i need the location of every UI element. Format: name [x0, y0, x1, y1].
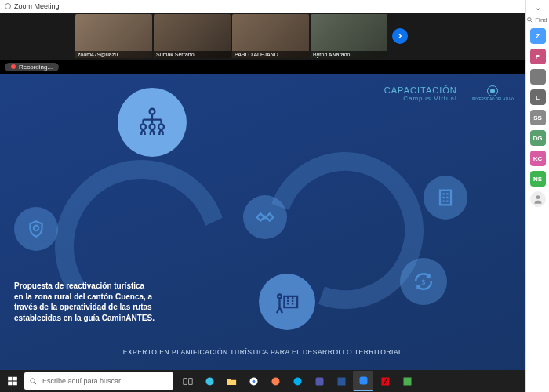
teams-icon	[314, 376, 325, 387]
chrome-icon	[248, 376, 260, 387]
handshake-icon	[243, 195, 287, 239]
participant-tile[interactable]: zoom479@uazu...	[75, 14, 152, 58]
recording-label: Recording...	[19, 64, 53, 71]
search-placeholder: Escribe aquí para buscar	[42, 377, 121, 385]
search-icon	[29, 377, 38, 386]
video-gallery: zoom479@uazu... Sumak Serrano PABLO ALEJ…	[0, 13, 525, 60]
taskbar-app[interactable]	[375, 371, 395, 391]
svg-point-17	[252, 379, 255, 383]
participants-sidebar: ⌄ Find Z P L SS DG KC NS	[525, 0, 549, 392]
svg-rect-5	[440, 191, 451, 205]
participant-avatar[interactable]: SS	[530, 110, 546, 125]
windows-icon	[7, 376, 18, 387]
gallery-next-button[interactable]	[392, 28, 408, 44]
shield-icon	[14, 207, 58, 251]
app-icon	[402, 376, 413, 387]
taskbar-app[interactable]	[199, 371, 220, 391]
participant-avatar[interactable]: L	[530, 89, 546, 105]
zoom-icon	[358, 375, 369, 387]
svg-rect-14	[188, 378, 191, 384]
svg-point-18	[271, 377, 279, 385]
svg-point-19	[293, 377, 301, 385]
brand-line2: Campus Virtual	[384, 95, 457, 102]
org-chart-icon	[118, 88, 187, 157]
cycle-icon: $	[400, 258, 447, 305]
app-icon	[270, 376, 282, 387]
svg-rect-13	[183, 378, 186, 384]
folder-icon	[226, 376, 238, 387]
window-titlebar: Zoom Meeting	[0, 0, 525, 13]
start-button[interactable]	[2, 370, 24, 392]
svg-point-0	[150, 109, 155, 114]
participant-avatar[interactable]: Z	[530, 28, 546, 44]
participant-tile[interactable]: Byron Alvarado ...	[311, 14, 387, 58]
taskbar-app[interactable]	[309, 371, 329, 391]
window-icon	[5, 3, 11, 9]
participant-label: Sumak Serrano	[154, 51, 231, 58]
participant-avatar[interactable]: KC	[530, 151, 546, 166]
participant-label: Byron Alvarado ...	[311, 51, 387, 58]
svg-text:$: $	[422, 278, 426, 286]
participant-tile[interactable]: PABLO ALEJAND...	[232, 14, 309, 58]
task-view-button[interactable]	[177, 371, 198, 391]
svg-point-6	[278, 295, 282, 299]
participant-avatar[interactable]	[530, 191, 546, 207]
edge-icon	[204, 376, 216, 387]
participant-label: zoom479@uazu...	[75, 51, 152, 58]
svg-point-26	[536, 195, 540, 199]
find-participant[interactable]: Find	[526, 16, 547, 24]
taskbar-search[interactable]: Escribe aquí para buscar	[24, 372, 173, 390]
record-icon	[11, 64, 16, 69]
person-icon	[533, 194, 544, 205]
participant-avatar[interactable]	[530, 69, 546, 85]
netflix-icon	[380, 376, 391, 387]
svg-rect-9	[13, 377, 17, 381]
participant-avatar[interactable]: NS	[530, 171, 546, 187]
building-icon	[424, 176, 467, 220]
slide-caption: Propuesta de reactivación turística en l…	[14, 281, 155, 323]
participant-avatar[interactable]: DG	[530, 130, 546, 146]
brand-line1: CAPACITACIÓN	[384, 85, 457, 95]
shared-screen: CAPACITACIÓN Campus Virtual UNIVERSIDAD …	[0, 74, 525, 370]
svg-rect-21	[337, 377, 345, 385]
recording-bar: Recording...	[0, 60, 525, 74]
window-title: Zoom Meeting	[14, 2, 60, 10]
svg-point-1	[140, 124, 146, 129]
taskbar-app[interactable]	[221, 371, 242, 391]
svg-point-2	[150, 124, 155, 129]
svg-point-25	[528, 18, 532, 22]
slide-brand: CAPACITACIÓN Campus Virtual UNIVERSIDAD …	[384, 85, 514, 102]
svg-point-15	[205, 377, 213, 385]
participant-avatar[interactable]: P	[530, 49, 546, 64]
university-logo: UNIVERSIDAD DEL AZUAY	[471, 85, 514, 101]
taskbar-app[interactable]	[331, 371, 351, 391]
windows-taskbar: Escribe aquí para buscar	[0, 370, 525, 392]
svg-rect-24	[403, 377, 411, 385]
taskbar-app-zoom[interactable]	[353, 371, 373, 391]
svg-rect-20	[315, 377, 323, 385]
svg-rect-22	[359, 376, 367, 384]
word-icon	[336, 376, 347, 387]
task-view-icon	[182, 376, 194, 387]
svg-point-12	[31, 378, 35, 383]
skype-icon	[292, 376, 304, 387]
svg-rect-8	[8, 377, 12, 381]
taskbar-app[interactable]	[397, 371, 417, 391]
svg-point-4	[34, 226, 39, 231]
taskbar-app[interactable]	[243, 371, 264, 391]
taskbar-app[interactable]	[287, 371, 307, 391]
svg-rect-11	[13, 382, 17, 386]
collapse-button[interactable]: ⌄	[535, 3, 541, 12]
slide-footer: EXPERTO EN PLANIFICACIÓN TURÍSTICA PARA …	[0, 348, 525, 356]
presentation-icon	[259, 274, 315, 330]
search-icon	[526, 16, 533, 24]
decorative-arc	[27, 132, 256, 361]
svg-rect-10	[8, 382, 12, 386]
participant-label: PABLO ALEJAND...	[232, 51, 309, 58]
participant-tile[interactable]: Sumak Serrano	[154, 14, 231, 58]
taskbar-app[interactable]	[265, 371, 285, 391]
recording-indicator[interactable]: Recording...	[5, 63, 59, 71]
svg-point-3	[158, 124, 164, 129]
chevron-right-icon	[396, 32, 404, 40]
